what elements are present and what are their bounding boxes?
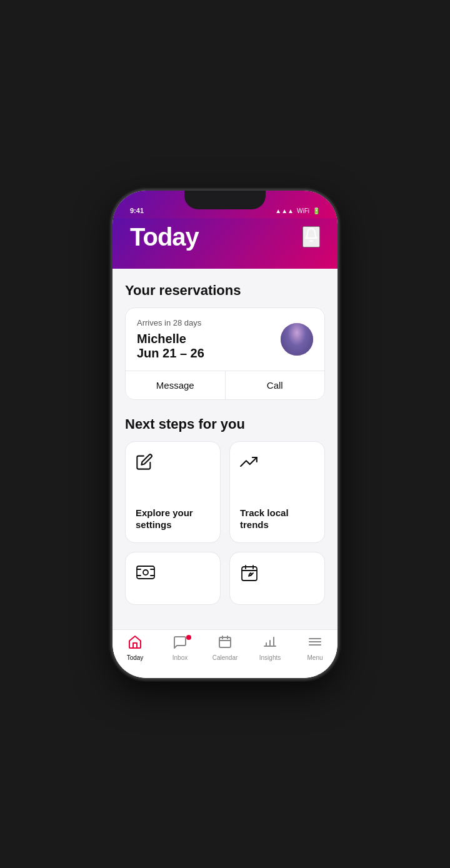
svg-point-1 [143, 570, 148, 575]
notification-bell-button[interactable] [302, 226, 320, 247]
app-header: Today [112, 218, 338, 269]
reservation-dates: Jun 21 – 26 [137, 346, 204, 361]
calendar-note-icon [240, 564, 314, 585]
next-steps-grid: Explore your settings Track local trends [125, 441, 325, 543]
reservation-text: Arrives in 28 days Michelle Jun 21 – 26 [137, 318, 204, 361]
nav-item-calendar[interactable]: Calendar [202, 635, 248, 661]
nav-label-menu: Menu [307, 654, 322, 661]
menu-icon [308, 635, 322, 652]
svg-rect-10 [219, 637, 231, 647]
reservation-card: Arrives in 28 days Michelle Jun 21 – 26 … [125, 307, 325, 400]
battery-icon: 🔋 [312, 207, 320, 214]
trending-up-icon [240, 453, 314, 489]
phone-screen: 9:41 ▲▲▲ WiFi 🔋 Today Your reservations [112, 191, 338, 678]
nav-label-inbox: Inbox [172, 654, 188, 661]
status-icons: ▲▲▲ WiFi 🔋 [275, 207, 320, 214]
reservation-info: Arrives in 28 days Michelle Jun 21 – 26 [126, 308, 324, 371]
message-button[interactable]: Message [126, 371, 226, 399]
partial-cards [125, 552, 325, 611]
nav-label-insights: Insights [259, 654, 281, 661]
nav-item-insights[interactable]: Insights [248, 635, 292, 661]
arrives-text: Arrives in 28 days [137, 318, 204, 327]
avatar-image [281, 323, 313, 356]
phone-frame: 9:41 ▲▲▲ WiFi 🔋 Today Your reservations [112, 191, 338, 678]
page-title: Today [130, 223, 199, 251]
content-area: Your reservations Arrives in 28 days Mic… [112, 269, 338, 629]
step-card-trends[interactable]: Track local trends [229, 441, 325, 543]
nav-label-today: Today [127, 654, 144, 661]
step-card-calendar-note[interactable] [229, 552, 325, 605]
cash-icon [136, 564, 210, 584]
reservation-actions: Message Call [126, 371, 324, 399]
nav-item-inbox[interactable]: Inbox [158, 635, 202, 661]
bar-chart-icon [262, 635, 278, 652]
nav-item-menu[interactable]: Menu [292, 635, 338, 661]
home-icon [128, 635, 142, 652]
calendar-icon [218, 635, 232, 652]
wifi-icon: WiFi [297, 207, 309, 214]
avatar [281, 323, 313, 356]
svg-rect-0 [137, 566, 154, 579]
nav-item-today[interactable]: Today [112, 635, 158, 661]
status-bar: 9:41 ▲▲▲ WiFi 🔋 [112, 191, 338, 218]
chat-icon [172, 635, 188, 652]
step-card-payments[interactable] [125, 552, 221, 605]
notch [184, 191, 266, 209]
bottom-nav: Today Inbox [112, 629, 338, 678]
call-button[interactable]: Call [226, 371, 325, 399]
nav-label-calendar: Calendar [212, 654, 238, 661]
status-time: 9:41 [130, 207, 144, 214]
guest-name: Michelle [137, 331, 204, 346]
inbox-notification-dot [186, 635, 191, 640]
pencil-icon [136, 453, 210, 489]
next-steps-title: Next steps for you [125, 416, 325, 432]
step-card-settings[interactable]: Explore your settings [125, 441, 221, 543]
reservations-title: Your reservations [125, 282, 325, 299]
signal-icon: ▲▲▲ [275, 207, 294, 214]
step-label-settings: Explore your settings [136, 507, 210, 531]
step-label-trends: Track local trends [240, 507, 314, 531]
